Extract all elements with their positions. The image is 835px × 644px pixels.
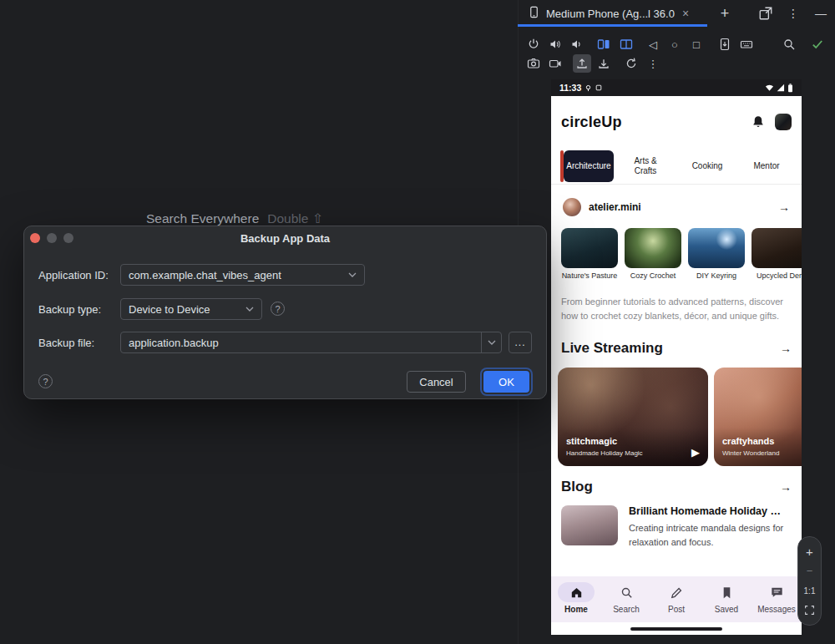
backup-file-input[interactable]: [121, 337, 481, 349]
blog-post-excerpt: Creating intricate mandala designs for r…: [629, 521, 792, 549]
application-id-label: Application ID:: [38, 269, 109, 281]
application-id-select[interactable]: com.example.chat_vibes_agent: [120, 264, 365, 286]
add-tab-button[interactable]: +: [715, 3, 735, 23]
home-button-icon[interactable]: ○: [665, 35, 684, 53]
craft-card-label: Upcycled Den: [752, 271, 802, 280]
pull-file-icon[interactable]: [595, 54, 613, 73]
posture-device-icon[interactable]: [617, 35, 635, 53]
profile-row[interactable]: atelier.mini →: [551, 190, 802, 224]
screenshot-camera-icon[interactable]: [524, 54, 543, 73]
search-everywhere-label: Search Everywhere: [146, 211, 259, 226]
nav-saved[interactable]: Saved: [702, 582, 751, 614]
craft-card-image: [688, 228, 745, 268]
zoom-controls-panel: + − 1:1: [797, 536, 822, 626]
dialog-help-icon[interactable]: ?: [38, 374, 53, 388]
push-file-icon[interactable]: [573, 54, 591, 73]
tab-mentor[interactable]: Mentor: [746, 161, 787, 171]
more-options-icon[interactable]: ⋮: [644, 54, 662, 73]
blog-thumbnail: [561, 505, 618, 545]
craft-card[interactable]: Cozy Crochet: [625, 228, 681, 280]
nav-label: Messages: [757, 605, 796, 614]
craft-card[interactable]: Nature's Pasture: [561, 228, 618, 280]
zoom-ratio-button[interactable]: 1:1: [802, 582, 818, 599]
emulator-screen: 11:33 circleUp Architecture Arts & Craft…: [551, 79, 802, 635]
stream-shade: [558, 428, 708, 466]
nav-search[interactable]: Search: [602, 582, 650, 614]
zoom-out-button[interactable]: −: [802, 563, 818, 580]
arrow-right-icon[interactable]: →: [778, 200, 790, 214]
craft-card-image: [561, 228, 618, 268]
nav-label: Post: [668, 605, 685, 614]
backup-type-help-icon[interactable]: ?: [271, 302, 285, 316]
blog-post-row[interactable]: Brilliant Homemade Holiday … Creating in…: [561, 505, 796, 549]
stream-name: stitchmagic: [566, 436, 617, 446]
volume-down-icon[interactable]: [568, 35, 586, 53]
search-everywhere-shortcut: Double ⇧: [267, 211, 322, 226]
stream-card[interactable]: craftyhands Winter Wonderland: [714, 368, 802, 466]
android-studio-window: Search EverywhereDouble ⇧ Medium Phone (…: [0, 0, 835, 644]
search-icon[interactable]: [780, 35, 798, 53]
stream-card[interactable]: stitchmagic Handmade Holiday Magic ▶: [558, 368, 708, 466]
cancel-button[interactable]: Cancel: [407, 371, 466, 393]
ok-button[interactable]: OK: [483, 371, 529, 393]
user-avatar[interactable]: [775, 114, 792, 130]
video-record-icon[interactable]: [546, 54, 564, 73]
nav-label: Saved: [715, 605, 738, 614]
overview-button-icon[interactable]: □: [687, 35, 706, 53]
nav-messages[interactable]: Messages: [752, 582, 801, 614]
arrow-right-icon[interactable]: →: [780, 480, 792, 494]
search-everywhere-hint: Search EverywhereDouble ⇧: [146, 211, 323, 226]
tool-window-options-icon[interactable]: ⋮: [786, 6, 801, 21]
craft-card-label: Cozy Crochet: [625, 271, 681, 280]
craft-card[interactable]: Upcycled Den: [752, 228, 802, 280]
tab-architecture[interactable]: Architecture: [564, 150, 614, 182]
arrow-right-icon[interactable]: →: [780, 342, 792, 355]
fold-device-icon[interactable]: [595, 35, 613, 53]
snapshot-restore-icon[interactable]: [622, 54, 640, 73]
stream-subtitle: Winter Wonderland: [722, 449, 779, 457]
backup-type-select[interactable]: Device to Device: [120, 298, 262, 320]
virtual-keyboard-icon[interactable]: [737, 35, 756, 53]
chevron-down-icon[interactable]: [481, 332, 501, 352]
volume-up-icon[interactable]: [546, 35, 564, 53]
app-header: circleUp: [551, 96, 802, 148]
zoom-in-button[interactable]: +: [802, 543, 818, 560]
tab-cooking[interactable]: Cooking: [684, 161, 731, 171]
blog-post-title: Brilliant Homemade Holiday …: [629, 505, 794, 517]
nav-label: Search: [613, 605, 640, 614]
tab-arts-crafts[interactable]: Arts & Crafts: [624, 156, 667, 176]
nav-label: Home: [564, 605, 588, 614]
play-icon[interactable]: ▶: [691, 446, 700, 459]
nav-post[interactable]: Post: [652, 582, 701, 614]
craft-card-label: DIY Keyring: [688, 271, 745, 280]
fit-to-window-icon[interactable]: [802, 602, 818, 619]
home-icon: [558, 582, 595, 602]
nav-home[interactable]: Home: [552, 582, 600, 614]
back-button-icon[interactable]: ◁: [644, 35, 662, 53]
backup-type-label: Backup type:: [38, 303, 101, 316]
hide-tool-window-icon[interactable]: —: [813, 6, 828, 21]
checkmark-icon[interactable]: [808, 35, 827, 53]
craft-card-image: [752, 228, 802, 268]
craft-card-image: [625, 228, 681, 268]
emulator-device-tab[interactable]: Medium Phone (Ag...l 36.0 ×: [518, 0, 707, 27]
status-app-icon: [595, 84, 602, 91]
emulator-toolbar: ◁ ○ □ ⋮: [518, 27, 835, 77]
live-streaming-title: Live Streaming: [561, 340, 663, 357]
signal-icon: [777, 84, 785, 92]
selected-tab-accent: [560, 150, 564, 182]
browse-file-button[interactable]: ...: [509, 332, 532, 353]
craft-card[interactable]: DIY Keyring: [688, 228, 745, 280]
power-button-icon[interactable]: [524, 35, 543, 53]
profile-name: atelier.mini: [589, 201, 641, 213]
notifications-bell-icon[interactable]: [751, 114, 766, 129]
open-in-window-icon[interactable]: [758, 6, 773, 21]
screen-record-icon[interactable]: [716, 35, 734, 53]
close-tab-icon[interactable]: ×: [682, 7, 689, 20]
backup-file-combobox[interactable]: [120, 332, 502, 353]
app-title: circleUp: [561, 114, 622, 131]
gesture-handle[interactable]: [630, 627, 722, 631]
backup-app-data-dialog: Backup App Data Application ID: com.exam…: [23, 226, 547, 399]
search-icon: [608, 582, 645, 602]
blog-header: Blog →: [561, 479, 792, 495]
